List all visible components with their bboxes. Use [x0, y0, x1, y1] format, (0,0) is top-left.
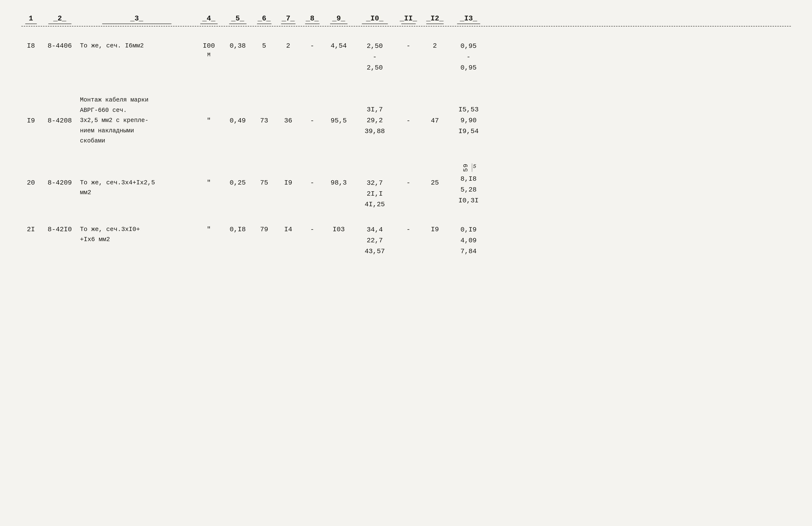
- header-col3: _3_: [79, 14, 194, 24]
- cell-19-9: 95,5: [324, 116, 353, 126]
- cell-18-1: I8: [21, 41, 41, 51]
- cell-18-4: I00 М: [194, 41, 223, 59]
- cell-19-12: 47: [421, 116, 449, 126]
- table-row-21: 2I 8-42I0 То же, сеч.3хI0++Iх6 мм2 " 0,I…: [21, 210, 791, 262]
- header-col7: _7_: [276, 14, 300, 24]
- cell-18-5: 0,38: [223, 41, 252, 51]
- cell-21-13: 0,I9 4,09 7,84: [449, 225, 488, 257]
- cell-21-2: 8-42I0: [41, 225, 79, 234]
- cell-18-3: То же, сеч. I6мм2: [79, 41, 194, 51]
- header-col8: _8_: [300, 14, 324, 24]
- cell-19-10: 3I,7 29,2 39,88: [353, 104, 396, 137]
- cell-19-4: ": [194, 116, 223, 126]
- cell-18-13: 0,95 - 0,95: [449, 41, 488, 73]
- cell-21-8: -: [300, 225, 324, 234]
- header-col12: _I2_: [421, 14, 449, 24]
- cell-20-6: 75: [252, 164, 276, 188]
- cell-19-13: I5,53 9,90 I9,54: [449, 104, 488, 137]
- cell-19-2: 8-4208: [41, 116, 79, 126]
- table-header: 1 _2_ _3_ _4_ _5_ _6_ _7_ _8_ _9_ _I0_ _…: [21, 14, 791, 27]
- cell-19-1: I9: [21, 116, 41, 126]
- cell-18-9: 4,54: [324, 41, 353, 51]
- header-col1: 1: [21, 14, 41, 24]
- main-table: 1 _2_ _3_ _4_ _5_ _6_ _7_ _8_ _9_ _I0_ _…: [21, 14, 791, 262]
- cell-20-13: 59 5 8,I8 5,28 I0,3I: [449, 164, 488, 206]
- cell-20-11: -: [396, 164, 421, 188]
- cell-18-11: -: [396, 41, 421, 51]
- cell-18-2: 8-4406: [41, 41, 79, 51]
- cell-19-5: 0,49: [223, 116, 252, 126]
- cell-19-3: Монтаж кабеля маркиАВРГ-660 сеч.3х2,5 мм…: [79, 95, 194, 146]
- cell-21-1: 2I: [21, 225, 41, 234]
- cell-21-10: 34,4 22,7 43,57: [353, 225, 396, 257]
- cell-20-3: То же, сеч.3х4+Iх2,5мм2: [79, 164, 194, 198]
- cell-20-8: -: [300, 164, 324, 188]
- table-row-20: 20 8-4209 То же, сеч.3х4+Iх2,5мм2 " 0,25…: [21, 151, 791, 210]
- cell-20-1: 20: [21, 164, 41, 188]
- cell-19-8: -: [300, 116, 324, 126]
- cell-18-8: -: [300, 41, 324, 51]
- cell-18-12: 2: [421, 41, 449, 51]
- cell-21-6: 79: [252, 225, 276, 234]
- header-col5: _5_: [223, 14, 252, 24]
- cell-21-4: ": [194, 225, 223, 234]
- cell-19-7: 36: [276, 116, 300, 126]
- header-col13: _I3_: [449, 14, 488, 24]
- cell-20-2: 8-4209: [41, 164, 79, 188]
- header-col2: _2_: [41, 14, 79, 24]
- header-col6: _6_: [252, 14, 276, 24]
- cell-19-11: -: [396, 116, 421, 126]
- header-col4: _4_: [194, 14, 223, 24]
- cell-21-9: I03: [324, 225, 353, 234]
- cell-21-11: -: [396, 225, 421, 234]
- cell-21-7: I4: [276, 225, 300, 234]
- cell-20-7: I9: [276, 164, 300, 188]
- header-col10: _I0_: [353, 14, 396, 24]
- cell-20-4: ": [194, 164, 223, 188]
- cell-20-12: 25: [421, 164, 449, 188]
- cell-18-7: 2: [276, 41, 300, 51]
- cell-20-10: 32,7 2I,I 4I,25: [353, 164, 396, 210]
- cell-18-6: 5: [252, 41, 276, 51]
- cell-20-9: 98,3: [324, 164, 353, 188]
- cell-21-5: 0,I8: [223, 225, 252, 234]
- cell-18-10: 2,50 - 2,50: [353, 41, 396, 73]
- cell-20-5: 0,25: [223, 164, 252, 188]
- cell-21-3: То же, сеч.3хI0++Iх6 мм2: [79, 225, 194, 244]
- header-col9: _9_: [324, 14, 353, 24]
- cell-19-6: 73: [252, 116, 276, 126]
- header-col11: _II_: [396, 14, 421, 24]
- table-row-18: I8 8-4406 То же, сеч. I6мм2 I00 М 0,38 5…: [21, 29, 791, 78]
- cell-21-12: I9: [421, 225, 449, 234]
- table-row-19: I9 8-4208 Монтаж кабеля маркиАВРГ-660 се…: [21, 81, 791, 151]
